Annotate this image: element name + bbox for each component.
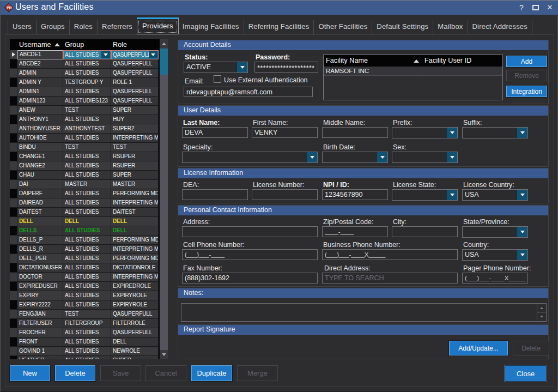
column-header-role[interactable]: Role bbox=[111, 39, 159, 50]
group-cell[interactable]: ALL STUDIES bbox=[63, 356, 111, 359]
username-cell[interactable]: CHANGE1 bbox=[17, 152, 63, 161]
group-cell[interactable]: ALL STUDIES bbox=[63, 152, 111, 161]
role-cell[interactable]: ROLE 1 bbox=[111, 78, 159, 87]
group-cell[interactable]: ALL STUDIES bbox=[63, 291, 111, 300]
group-cell[interactable]: ALL STUDIES bbox=[63, 69, 111, 78]
table-row[interactable]: GOVIND 1 ALL STUDIES NEWROLE bbox=[10, 347, 159, 356]
table-row[interactable]: ANTHONY1 ALL STUDIES HUY bbox=[10, 115, 159, 124]
birth-date-combobox[interactable] bbox=[322, 152, 388, 163]
first-name-field[interactable]: VENKY bbox=[252, 127, 318, 138]
sex-combobox[interactable] bbox=[392, 152, 458, 163]
table-row[interactable]: ABCDE1 ALL STUDIES QASUPERFULL bbox=[10, 50, 159, 59]
scrollbar-thumb[interactable] bbox=[160, 49, 168, 75]
status-dropdown-button[interactable] bbox=[237, 62, 247, 73]
username-cell[interactable]: ADMIN123 bbox=[17, 97, 63, 106]
group-cell[interactable]: ALL STUDIES bbox=[63, 236, 111, 245]
group-dropdown-button[interactable] bbox=[101, 51, 110, 58]
add-update-signature-button[interactable]: Add/Update... bbox=[449, 341, 508, 355]
tab-providers[interactable]: Providers bbox=[137, 17, 179, 34]
table-row[interactable]: ANTHONYUSER ANTHONYTEST SUPER2 bbox=[10, 124, 159, 134]
tab-mailbox[interactable]: Mailbox bbox=[433, 20, 468, 34]
table-row[interactable]: DAITEST ALL STUDIES DAITEST bbox=[10, 208, 159, 217]
group-cell[interactable]: ALL STUDIES bbox=[63, 134, 111, 143]
merge-button[interactable]: Merge bbox=[237, 365, 278, 381]
group-cell[interactable]: TEST bbox=[63, 310, 111, 319]
table-row[interactable]: HEATHER ALL STUDIES SUPER bbox=[10, 356, 159, 359]
group-cell[interactable]: FILTERGROUP bbox=[63, 319, 111, 328]
state-combobox[interactable] bbox=[462, 226, 528, 238]
group-cell[interactable]: ALL STUDIES bbox=[63, 300, 111, 310]
table-row[interactable]: CHANGE1 ALL STUDIES RSUPER bbox=[10, 152, 159, 161]
role-cell[interactable]: DELL bbox=[111, 337, 159, 347]
license-state-combobox[interactable] bbox=[392, 189, 458, 201]
cell-phone-field[interactable]: (___)___-____ bbox=[182, 249, 318, 260]
role-cell[interactable]: SUPER bbox=[111, 106, 159, 115]
delete-button[interactable]: Delete bbox=[55, 365, 95, 381]
group-cell[interactable]: TESTGROUP Y bbox=[63, 78, 111, 87]
username-cell[interactable]: ABCDE2 bbox=[17, 59, 63, 69]
group-cell[interactable]: ALL STUDIES bbox=[63, 245, 111, 254]
username-cell[interactable]: FILTERUSER bbox=[17, 319, 63, 328]
username-cell[interactable]: DAIREAD bbox=[17, 198, 63, 208]
address-field[interactable] bbox=[182, 226, 318, 237]
table-row[interactable]: ADMIN1 ALL STUDIES QASUPERFULL bbox=[10, 87, 159, 97]
role-cell[interactable]: DAITEST bbox=[111, 208, 159, 217]
role-cell[interactable]: DICTATIONROLE bbox=[111, 263, 159, 273]
table-row[interactable]: ABCDE2 ALL STUDIES QASUPERFULL bbox=[10, 59, 159, 69]
role-cell[interactable]: DELL bbox=[111, 226, 159, 236]
role-cell[interactable]: QASUPERFULL bbox=[111, 97, 159, 106]
license-state-dropdown-button[interactable] bbox=[447, 190, 457, 200]
group-cell[interactable]: TEST bbox=[63, 106, 111, 115]
role-dropdown-button[interactable] bbox=[149, 51, 157, 58]
role-cell[interactable]: EXPIREDROLE bbox=[111, 282, 159, 291]
table-row[interactable]: FILTERUSER FILTERGROUP FILTERROLE bbox=[10, 319, 159, 328]
role-cell[interactable]: QASUPERFULL bbox=[111, 310, 159, 319]
table-row[interactable]: DELL DELL DELL bbox=[10, 217, 159, 226]
username-cell[interactable]: DOCTOR bbox=[17, 273, 63, 282]
username-cell[interactable]: ADMIN1 bbox=[17, 87, 63, 97]
help-button[interactable]: ? bbox=[514, 1, 529, 15]
column-header-facility-name[interactable]: Facility Name bbox=[324, 55, 422, 67]
username-cell[interactable]: DELL_PER bbox=[17, 254, 63, 263]
notes-scroll-up-button[interactable] bbox=[537, 304, 546, 312]
role-cell[interactable]: PERFORMING MD bbox=[111, 254, 159, 263]
close-window-button[interactable]: ✕ bbox=[542, 1, 557, 15]
table-row[interactable]: ADMIN ALL STUDIES QASUPERFULL bbox=[10, 69, 159, 78]
role-cell[interactable]: SUPER bbox=[111, 171, 159, 180]
role-cell[interactable]: QASUPERFULL bbox=[111, 69, 159, 78]
username-cell[interactable]: DICTATIONUSER bbox=[17, 263, 63, 273]
table-row[interactable]: ANEW TEST SUPER bbox=[10, 106, 159, 115]
group-cell[interactable]: ALL STUDIES bbox=[63, 198, 111, 208]
role-cell[interactable]: QASUPERFULL bbox=[111, 50, 159, 59]
tab-imaging-facilities[interactable]: Imaging Facilities bbox=[178, 20, 244, 34]
role-cell[interactable]: PERFORMING MD bbox=[111, 189, 159, 198]
license-country-dropdown-button[interactable] bbox=[517, 190, 527, 200]
remove-facility-button[interactable]: Remove bbox=[506, 70, 547, 81]
username-cell[interactable]: DELLS bbox=[17, 226, 63, 236]
role-cell[interactable]: INTERPRETING MD bbox=[111, 134, 159, 143]
role-cell[interactable]: TEST bbox=[111, 143, 159, 152]
role-cell[interactable]: SUPER2 bbox=[111, 124, 159, 134]
role-cell[interactable]: INTERPRETING MD bbox=[111, 245, 159, 254]
role-cell[interactable]: NEWROLE bbox=[111, 347, 159, 356]
role-cell[interactable]: FILTERROLE bbox=[111, 319, 159, 328]
tab-direct-addresses[interactable]: Direct Addresses bbox=[468, 20, 532, 34]
username-cell[interactable]: EXPIRY bbox=[17, 291, 63, 300]
group-cell[interactable]: ALL STUDIES bbox=[63, 347, 111, 356]
group-cell[interactable]: ALL STUDIES bbox=[63, 337, 111, 347]
delete-signature-button[interactable]: Delete bbox=[513, 341, 549, 355]
group-cell[interactable]: TEST bbox=[63, 143, 111, 152]
facility-row[interactable]: RAMSOFT INC bbox=[324, 67, 502, 76]
group-cell[interactable]: ALL STUDIES bbox=[63, 208, 111, 217]
group-cell[interactable]: ALL STUDIES bbox=[63, 87, 111, 97]
group-cell[interactable]: ALL STUDIES bbox=[63, 115, 111, 124]
group-cell[interactable]: ANTHONYTEST bbox=[63, 124, 111, 134]
specialty-combobox[interactable] bbox=[182, 152, 318, 163]
username-cell[interactable]: FRONT bbox=[17, 337, 63, 347]
notes-scroll-down-button[interactable] bbox=[537, 312, 546, 321]
username-cell[interactable]: DELLS_P bbox=[17, 236, 63, 245]
birth-date-dropdown-button[interactable] bbox=[377, 152, 387, 162]
close-button[interactable]: Close bbox=[505, 365, 547, 382]
new-button[interactable]: New bbox=[10, 365, 50, 381]
table-row[interactable]: DELLS_R ALL STUDIES INTERPRETING MD bbox=[10, 245, 159, 254]
